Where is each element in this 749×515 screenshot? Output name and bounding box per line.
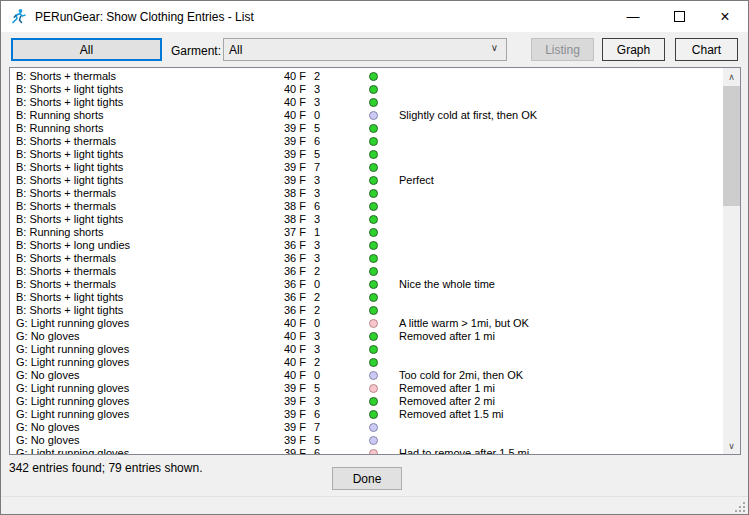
count-cell: 5 <box>314 122 320 135</box>
list-item[interactable]: B: Shorts + light tights38 F3 <box>11 213 723 226</box>
garment-cell: B: Running shorts <box>16 122 103 135</box>
count-cell: 3 <box>314 83 320 96</box>
status-dot-pink <box>369 449 378 454</box>
list-item[interactable]: G: No gloves40 F3Removed after 1 mi <box>11 330 723 343</box>
list-item[interactable]: G: Light running gloves40 F3 <box>11 343 723 356</box>
listing-button: Listing <box>531 38 594 61</box>
list-item[interactable]: G: Light running gloves39 F6Had to remov… <box>11 447 723 454</box>
status-dot-pink <box>369 384 378 393</box>
garment-cell: G: Light running gloves <box>16 356 129 369</box>
temp-cell: 40 F <box>284 83 306 96</box>
garment-label: Garment: <box>171 44 221 58</box>
list-item[interactable]: B: Shorts + thermals39 F6 <box>11 135 723 148</box>
garment-cell: B: Shorts + light tights <box>16 291 123 304</box>
garment-cell: B: Shorts + thermals <box>16 252 116 265</box>
list-item[interactable]: B: Shorts + thermals38 F6 <box>11 200 723 213</box>
garment-cell: B: Shorts + light tights <box>16 174 123 187</box>
temp-cell: 37 F <box>284 226 306 239</box>
status-dot-green <box>369 150 378 159</box>
scroll-down-icon[interactable]: ∨ <box>723 437 740 454</box>
list-item[interactable]: G: Light running gloves39 F5Removed afte… <box>11 382 723 395</box>
status-text: 342 entries found; 79 entries shown. <box>9 461 202 475</box>
list-item[interactable]: G: Light running gloves40 F0A little war… <box>11 317 723 330</box>
list-item[interactable]: G: No gloves39 F7 <box>11 421 723 434</box>
count-cell: 7 <box>314 421 320 434</box>
status-dot-green <box>369 358 378 367</box>
count-cell: 7 <box>314 161 320 174</box>
resize-grip-icon[interactable] <box>735 502 746 513</box>
close-icon[interactable]: × <box>702 1 748 32</box>
status-dot-green <box>369 293 378 302</box>
list-item[interactable]: B: Shorts + light tights39 F5 <box>11 148 723 161</box>
count-cell: 3 <box>314 187 320 200</box>
done-button[interactable]: Done <box>332 467 402 490</box>
list-item[interactable]: B: Shorts + light tights40 F3 <box>11 96 723 109</box>
list-item[interactable]: B: Shorts + thermals36 F3 <box>11 252 723 265</box>
list-item[interactable]: G: Light running gloves39 F6Removed afte… <box>11 408 723 421</box>
garment-cell: G: Light running gloves <box>16 408 129 421</box>
count-cell: 3 <box>314 343 320 356</box>
count-cell: 6 <box>314 200 320 213</box>
list-item[interactable]: B: Shorts + thermals36 F2 <box>11 265 723 278</box>
temp-cell: 39 F <box>284 421 306 434</box>
list-item[interactable]: B: Shorts + light tights36 F2 <box>11 291 723 304</box>
list-item[interactable]: B: Shorts + thermals36 F0Nice the whole … <box>11 278 723 291</box>
runner-app-icon[interactable] <box>10 8 27 25</box>
list-item[interactable]: B: Running shorts37 F1 <box>11 226 723 239</box>
count-cell: 2 <box>314 304 320 317</box>
list-item[interactable]: B: Shorts + long undies36 F3 <box>11 239 723 252</box>
maximize-icon[interactable] <box>656 1 702 32</box>
list-item[interactable]: B: Shorts + light tights39 F7 <box>11 161 723 174</box>
temp-cell: 39 F <box>284 395 306 408</box>
temp-cell: 39 F <box>284 447 306 454</box>
dialog-window: PERunGear: Show Clothing Entries - List … <box>0 0 749 515</box>
count-cell: 2 <box>314 356 320 369</box>
list-item[interactable]: G: Light running gloves39 F3Removed afte… <box>11 395 723 408</box>
garment-cell: G: Light running gloves <box>16 395 129 408</box>
temp-cell: 39 F <box>284 161 306 174</box>
temp-cell: 39 F <box>284 148 306 161</box>
temp-cell: 40 F <box>284 96 306 109</box>
count-cell: 3 <box>314 239 320 252</box>
graph-button[interactable]: Graph <box>602 38 665 61</box>
list-item[interactable]: B: Shorts + light tights39 F3Perfect <box>11 174 723 187</box>
vertical-scrollbar[interactable]: ∧ ∨ <box>723 68 740 454</box>
temp-cell: 40 F <box>284 330 306 343</box>
list-item[interactable]: G: No gloves39 F5 <box>11 434 723 447</box>
temp-cell: 40 F <box>284 356 306 369</box>
count-cell: 2 <box>314 291 320 304</box>
temp-cell: 38 F <box>284 213 306 226</box>
list-item[interactable]: B: Running shorts39 F5 <box>11 122 723 135</box>
count-cell: 3 <box>314 213 320 226</box>
scrollbar-thumb[interactable] <box>723 86 740 206</box>
list-item[interactable]: B: Shorts + light tights36 F2 <box>11 304 723 317</box>
status-dot-green <box>369 163 378 172</box>
status-dot-green <box>369 228 378 237</box>
window-title: PERunGear: Show Clothing Entries - List <box>35 10 254 24</box>
garment-cell: G: Light running gloves <box>16 447 129 454</box>
status-dot-pink <box>369 319 378 328</box>
list-item[interactable]: B: Shorts + light tights40 F3 <box>11 83 723 96</box>
scroll-up-icon[interactable]: ∧ <box>723 68 740 85</box>
list-item[interactable]: B: Shorts + thermals40 F2 <box>11 70 723 83</box>
garment-cell: B: Shorts + light tights <box>16 213 123 226</box>
garment-dropdown[interactable]: All ∨ <box>223 38 507 61</box>
count-cell: 3 <box>314 395 320 408</box>
minimize-icon[interactable]: — <box>610 1 656 32</box>
all-filter-button[interactable]: All <box>11 38 162 61</box>
garment-cell: G: No gloves <box>16 330 80 343</box>
garment-cell: B: Shorts + light tights <box>16 148 123 161</box>
status-dot-green <box>369 306 378 315</box>
count-cell: 3 <box>314 252 320 265</box>
garment-cell: B: Shorts + light tights <box>16 83 123 96</box>
list-item[interactable]: B: Shorts + thermals38 F3 <box>11 187 723 200</box>
status-dot-green <box>369 176 378 185</box>
garment-cell: G: Light running gloves <box>16 317 129 330</box>
temp-cell: 36 F <box>284 265 306 278</box>
list-item[interactable]: G: No gloves40 F0Too cold for 2mi, then … <box>11 369 723 382</box>
list-item[interactable]: B: Running shorts40 F0Slightly cold at f… <box>11 109 723 122</box>
window-controls: — × <box>610 1 748 32</box>
list-item[interactable]: G: Light running gloves40 F2 <box>11 356 723 369</box>
chart-button[interactable]: Chart <box>675 38 738 61</box>
garment-cell: B: Shorts + light tights <box>16 161 123 174</box>
